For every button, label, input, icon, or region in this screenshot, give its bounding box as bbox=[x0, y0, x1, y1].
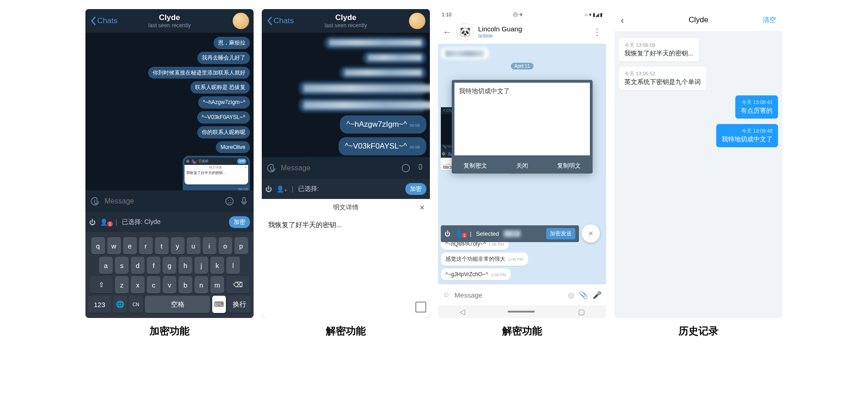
contacts-icon[interactable]: 👤₊ bbox=[455, 230, 465, 237]
key-t[interactable]: t bbox=[155, 237, 169, 254]
key-s[interactable]: s bbox=[115, 257, 129, 274]
blurred-msg[interactable]: ████████████████████████████████ bbox=[299, 81, 426, 95]
blurred-msg[interactable]: ████████████████████ bbox=[340, 67, 426, 79]
attach-icon[interactable] bbox=[266, 163, 276, 173]
key-g[interactable]: g bbox=[163, 257, 176, 274]
key-return[interactable]: 换行 bbox=[228, 296, 251, 313]
back-icon[interactable]: ← bbox=[443, 27, 452, 37]
msg[interactable]: 你的联系人昵称呢 bbox=[197, 126, 250, 139]
caption: 解密功能 bbox=[502, 324, 542, 338]
key-o[interactable]: o bbox=[219, 237, 232, 254]
clear-button[interactable]: 清空 bbox=[763, 16, 776, 25]
history-item[interactable]: 今天 13:06:52英文系统下密钥是九个单词 bbox=[619, 67, 706, 90]
cipher-msg[interactable]: ^~hAzgw7zIgm~^ bbox=[198, 96, 250, 109]
embed-screenshot[interactable]: ⏻👤|已选择:加密 明文详情× 我恢复了好半天的密钥... 06:08 bbox=[183, 156, 250, 190]
key-e[interactable]: e bbox=[123, 237, 137, 254]
key-c[interactable]: c bbox=[147, 276, 160, 293]
sticker-icon[interactable] bbox=[224, 196, 234, 206]
key-lang[interactable]: CN bbox=[129, 296, 143, 313]
back-button[interactable]: Chats bbox=[266, 16, 294, 25]
key-y[interactable]: y bbox=[171, 237, 185, 254]
copy-plain-button[interactable]: 复制明文 bbox=[546, 158, 593, 174]
attach-icon[interactable]: 📎 bbox=[579, 291, 588, 299]
blurred-msg[interactable]: ██████████ bbox=[441, 48, 489, 60]
history-item[interactable]: 今天 13:09:48我特地切成中文了 bbox=[716, 124, 778, 147]
history-body: 今天 13:06:09我恢复了好半天的密钥...今天 13:06:52英文系统下… bbox=[614, 31, 783, 318]
contacts-icon[interactable]: 👤₊ bbox=[276, 185, 287, 193]
back-button[interactable]: Chats bbox=[90, 16, 117, 25]
key-p[interactable]: p bbox=[234, 237, 248, 254]
key-123[interactable]: 123 bbox=[88, 296, 111, 313]
backspace-key[interactable]: ⌫ bbox=[226, 276, 249, 293]
nav-back-icon[interactable]: ◁ bbox=[459, 308, 465, 316]
copy-icon[interactable] bbox=[417, 303, 426, 313]
power-icon[interactable]: ⏻ bbox=[89, 218, 95, 226]
key-n[interactable]: n bbox=[195, 276, 208, 293]
shift-key[interactable]: ⇧ bbox=[90, 276, 113, 293]
message-input[interactable] bbox=[281, 164, 396, 172]
attach-icon[interactable] bbox=[90, 196, 100, 206]
key-z[interactable]: z bbox=[115, 276, 129, 293]
message-input[interactable] bbox=[454, 291, 564, 299]
key-u[interactable]: u bbox=[187, 237, 200, 254]
msg[interactable]: 联系人昵称是 恐拔复 bbox=[190, 81, 250, 94]
power-icon[interactable]: ⏻ bbox=[444, 230, 450, 237]
key-v[interactable]: v bbox=[163, 276, 176, 293]
key-r[interactable]: r bbox=[139, 237, 153, 254]
panel-encrypt: Chats Clyde last seen recently 恩，麻烦拉 我再去… bbox=[85, 9, 254, 318]
mic-icon[interactable] bbox=[415, 163, 425, 173]
nav-recent-icon[interactable]: ▢ bbox=[578, 308, 585, 316]
history-item[interactable]: 今天 13:08:41有点厉害的 bbox=[735, 95, 778, 119]
key-x[interactable]: x bbox=[131, 276, 145, 293]
key-f[interactable]: f bbox=[147, 257, 160, 274]
key-w[interactable]: w bbox=[107, 237, 121, 254]
camera-icon[interactable]: ◎ bbox=[568, 291, 574, 299]
emoji-icon[interactable]: ☺ bbox=[443, 291, 450, 299]
key-j[interactable]: j bbox=[195, 257, 208, 274]
encrypt-button[interactable]: 加密 bbox=[229, 216, 250, 228]
key-k[interactable]: k bbox=[210, 257, 224, 274]
msg[interactable]: 感觉这个功能非常的强大1:08 PM bbox=[441, 253, 528, 266]
mic-icon[interactable] bbox=[239, 196, 249, 206]
encrypt-send-button[interactable]: 加密发送 bbox=[546, 228, 575, 239]
blurred-msg[interactable]: ████████████████████████████ bbox=[299, 98, 426, 112]
cipher-msg[interactable]: ^~hAzgw7zIgm~^06:06 bbox=[340, 115, 426, 134]
msg[interactable]: 我再去睡会儿好了 bbox=[197, 52, 250, 64]
cipher-msg[interactable]: ^~V03kF0AYSL~^ bbox=[197, 111, 250, 124]
globe-icon[interactable]: 🌐 bbox=[113, 296, 127, 313]
cipher-msg[interactable]: ^~gJHpVrZchO~^1:09 PM bbox=[441, 268, 511, 280]
copy-cipher-button[interactable]: 复制密文 bbox=[452, 158, 499, 174]
close-fab[interactable]: × bbox=[582, 224, 600, 243]
msg[interactable]: MoreOlive bbox=[216, 141, 250, 154]
encrypt-button[interactable]: 加密 bbox=[405, 183, 426, 195]
avatar[interactable] bbox=[233, 13, 249, 29]
contacts-icon[interactable]: 👤₊ bbox=[100, 218, 111, 226]
key-q[interactable]: q bbox=[91, 237, 105, 254]
keyboard-switch-icon[interactable]: ⌨ bbox=[212, 296, 226, 313]
close-icon[interactable]: × bbox=[419, 203, 424, 213]
power-icon[interactable]: ⏻ bbox=[265, 185, 272, 193]
nav-home-icon[interactable] bbox=[508, 311, 535, 313]
sticker-icon[interactable] bbox=[401, 163, 411, 173]
key-space[interactable]: 空格 bbox=[145, 296, 210, 313]
cipher-msg[interactable]: ^~V03kF0AYSL~^06:06 bbox=[339, 137, 426, 155]
more-icon[interactable]: ⋮ bbox=[593, 26, 602, 37]
close-button[interactable]: 关闭 bbox=[499, 158, 545, 174]
blurred-msg[interactable]: ████████████████████████ bbox=[324, 37, 426, 49]
key-b[interactable]: b bbox=[179, 276, 192, 293]
key-i[interactable]: i bbox=[203, 237, 216, 254]
msg[interactable]: 你到时候直接在秘迹里添加联系人就好 bbox=[148, 67, 250, 79]
avatar[interactable]: 🐼 bbox=[456, 23, 474, 40]
message-input[interactable] bbox=[105, 197, 220, 205]
back-icon[interactable]: ‹ bbox=[621, 15, 624, 25]
avatar[interactable] bbox=[409, 13, 425, 29]
msg[interactable]: 恩，麻烦拉 bbox=[214, 37, 250, 49]
key-d[interactable]: d bbox=[131, 257, 145, 274]
key-h[interactable]: h bbox=[179, 257, 192, 274]
key-m[interactable]: m bbox=[210, 276, 224, 293]
blurred-msg[interactable]: ██████████████ bbox=[363, 52, 426, 64]
mic-icon[interactable]: 🎤 bbox=[593, 291, 602, 299]
key-a[interactable]: a bbox=[99, 257, 113, 274]
key-l[interactable]: l bbox=[226, 257, 240, 274]
history-item[interactable]: 今天 13:06:09我恢复了好半天的密钥... bbox=[619, 38, 699, 61]
